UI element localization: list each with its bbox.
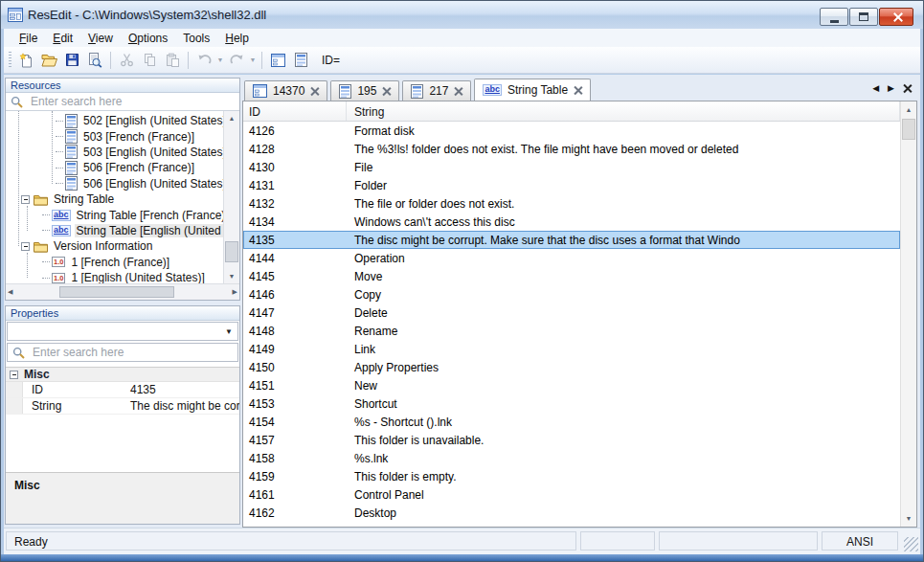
- table-row-4128[interactable]: 4128The %3!ls! folder does not exist. Th…: [243, 140, 900, 158]
- tree-scrollbar-thumb[interactable]: [225, 241, 238, 262]
- property-value[interactable]: The disc might be corru: [124, 399, 239, 413]
- properties-combobox[interactable]: ▼: [7, 322, 238, 341]
- minimize-button[interactable]: [820, 8, 848, 26]
- maximize-button[interactable]: [849, 8, 878, 26]
- cell-id: 4151: [243, 379, 347, 393]
- table-row-4131[interactable]: 4131Folder: [243, 176, 900, 194]
- close-tab-icon[interactable]: [454, 87, 462, 96]
- menu-file[interactable]: File: [11, 30, 45, 47]
- print-preview-button[interactable]: [83, 50, 106, 71]
- tab-scroll-right-icon[interactable]: ▶: [888, 83, 894, 93]
- tab-string-table[interactable]: abcString Table: [474, 79, 591, 101]
- tab-close-icon[interactable]: [903, 84, 912, 93]
- scroll-right-icon[interactable]: ▶: [233, 288, 237, 296]
- cell-id: 4131: [243, 179, 347, 192]
- scroll-left-icon[interactable]: ◀: [8, 288, 12, 296]
- collapse-icon[interactable]: [21, 242, 30, 251]
- scroll-down-icon[interactable]: ▼: [224, 269, 239, 283]
- table-row-4151[interactable]: 4151New: [243, 376, 900, 394]
- property-row-id[interactable]: ID4135: [6, 382, 239, 398]
- scroll-up-icon[interactable]: ▲: [224, 111, 239, 125]
- scroll-down-icon[interactable]: ▼: [901, 511, 916, 526]
- dialog-editor-button[interactable]: [266, 50, 289, 71]
- tab-14370[interactable]: 14370: [244, 80, 327, 101]
- close-button[interactable]: [879, 8, 913, 26]
- tree-hscrollbar-thumb[interactable]: [59, 286, 174, 298]
- table-row-4161[interactable]: 4161Control Panel: [243, 485, 900, 504]
- table-row-4147[interactable]: 4147Delete: [243, 303, 900, 322]
- close-tab-icon[interactable]: [382, 87, 391, 96]
- tab-scroll-left-icon[interactable]: ◀: [872, 83, 879, 93]
- table-row-4134[interactable]: 4134Windows can\'t access this disc: [243, 213, 900, 231]
- menu-options[interactable]: Options: [121, 30, 175, 47]
- menu-help[interactable]: Help: [217, 30, 257, 47]
- resources-panel-title: Resources: [6, 79, 239, 93]
- tree-item-string-table[interactable]: String Table: [6, 191, 239, 207]
- table-row-4148[interactable]: 4148Rename: [243, 322, 900, 340]
- tree-item-506-english-united-states-[interactable]: 506 [English (United States)]: [6, 176, 239, 191]
- cell-id: 4128: [243, 143, 347, 156]
- column-header-string[interactable]: String: [347, 101, 900, 121]
- table-row-4145[interactable]: 4145Move: [243, 267, 900, 285]
- close-tab-icon[interactable]: [310, 87, 319, 96]
- table-row-4135[interactable]: 4135The disc might be corrupt. Make sure…: [243, 231, 900, 249]
- table-row-4163[interactable]: 4163Undo %s: [243, 522, 900, 527]
- menu-tools[interactable]: Tools: [175, 30, 217, 47]
- resources-search-input[interactable]: [29, 94, 239, 109]
- table-row-4154[interactable]: 4154%s - Shortcut ().lnk: [243, 413, 900, 431]
- tree-item-label: 503 [French (France)]: [81, 130, 196, 144]
- tree-item-503-english-united-states-[interactable]: 503 [English (United States)]: [6, 145, 239, 160]
- new-document-icon: [19, 53, 34, 68]
- cell-string: The %3!ls! folder does not exist. The fi…: [347, 143, 900, 156]
- tree-item-label: String Table: [52, 192, 116, 206]
- tree-item-502-english-united-states-[interactable]: 502 [English (United States)]: [6, 113, 239, 128]
- tab-195[interactable]: 195: [330, 80, 399, 101]
- property-group-misc[interactable]: Misc: [6, 367, 239, 382]
- new-document-button[interactable]: [14, 50, 37, 71]
- table-row-4153[interactable]: 4153Shortcut: [243, 394, 900, 413]
- table-row-4157[interactable]: 4157This folder is unavailable.: [243, 431, 900, 449]
- close-tab-icon[interactable]: [574, 86, 582, 95]
- menu-view[interactable]: View: [80, 30, 121, 47]
- table-row-4144[interactable]: 4144Operation: [243, 249, 900, 267]
- cell-string: New: [347, 379, 900, 393]
- table-row-4162[interactable]: 4162Desktop: [243, 504, 900, 522]
- table-row-4150[interactable]: 4150Apply Properties: [243, 358, 900, 376]
- table-row-4130[interactable]: 4130File: [243, 158, 900, 176]
- open-file-button[interactable]: [37, 50, 60, 71]
- property-row-string[interactable]: StringThe disc might be corru: [6, 398, 239, 415]
- tree-horizontal-scrollbar[interactable]: ◀ ▶: [6, 283, 239, 300]
- table-vertical-scrollbar[interactable]: ▲ ▼: [900, 101, 916, 527]
- tree-item-version-information[interactable]: Version Information: [6, 238, 239, 254]
- properties-search-input[interactable]: [31, 345, 237, 360]
- table-scrollbar-thumb[interactable]: [902, 119, 915, 140]
- save-button[interactable]: [60, 50, 83, 71]
- cell-string: Operation: [347, 252, 900, 265]
- column-header-id[interactable]: ID: [243, 101, 347, 121]
- toolbar-grip[interactable]: [9, 52, 11, 69]
- stringtable-icon: [339, 84, 351, 99]
- string-table-editor-button[interactable]: [289, 50, 312, 71]
- table-row-4149[interactable]: 4149Link: [243, 340, 900, 358]
- collapse-icon[interactable]: [10, 371, 18, 379]
- tree-vertical-scrollbar[interactable]: ▲ ▼: [223, 111, 239, 283]
- tree-item-506-french-france-[interactable]: 506 [French (France)]: [6, 160, 239, 175]
- table-row-4158[interactable]: 4158%s.lnk: [243, 449, 900, 467]
- collapse-icon[interactable]: [21, 195, 30, 204]
- tree-item-string-table-english-united-stat[interactable]: abcString Table [English (United Stat: [6, 223, 239, 238]
- table-row-4126[interactable]: 4126Format disk: [243, 122, 900, 140]
- title-bar[interactable]: ResEdit - C:\Windows\System32\shell32.dl…: [1, 1, 923, 29]
- tree-item-1-french-france-[interactable]: 1.01 [French (France)]: [6, 255, 239, 270]
- scroll-up-icon[interactable]: ▲: [901, 102, 916, 117]
- tab-217[interactable]: 217: [402, 80, 471, 101]
- table-row-4159[interactable]: 4159This folder is empty.: [243, 467, 900, 485]
- tree-item-503-french-france-[interactable]: 503 [French (France)]: [6, 128, 239, 144]
- property-value[interactable]: 4135: [124, 383, 239, 396]
- table-row-4132[interactable]: 4132The file or folder does not exist.: [243, 194, 900, 213]
- menu-edit[interactable]: Edit: [45, 30, 80, 47]
- window-frame-bottom: [1, 554, 923, 561]
- table-row-4146[interactable]: 4146Copy: [243, 285, 900, 303]
- tree-item-1-english-united-states-[interactable]: 1.01 [English (United States)]: [6, 270, 239, 283]
- resize-grip[interactable]: [904, 537, 918, 551]
- tree-item-string-table-french-france-[interactable]: abcString Table [French (France)]: [6, 207, 239, 222]
